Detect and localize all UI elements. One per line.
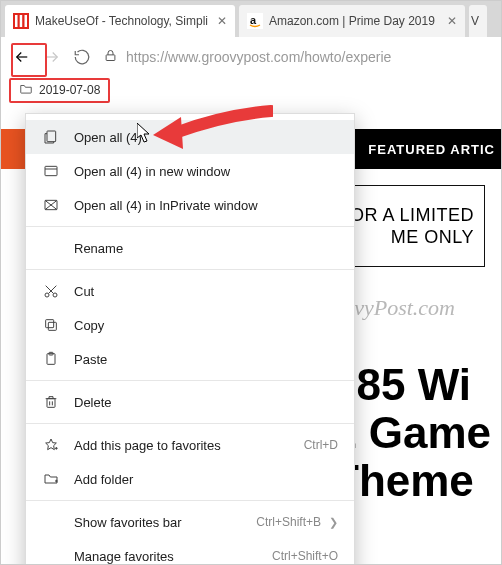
menu-delete[interactable]: Delete [26, 385, 354, 419]
favorites-folder[interactable]: 2019-07-08 [9, 78, 110, 103]
address-bar: https://www.groovypost.com/howto/experie [1, 37, 501, 77]
lock-icon [103, 48, 118, 66]
article-headline: 985 Wi 1 Game Theme [332, 361, 491, 505]
svg-point-10 [45, 293, 49, 297]
back-button[interactable] [7, 42, 37, 72]
menu-open-all[interactable]: Open all (4) [26, 120, 354, 154]
new-window-icon [42, 162, 60, 180]
svg-rect-7 [47, 131, 56, 142]
menu-rename[interactable]: Rename [26, 231, 354, 265]
svg-rect-13 [46, 320, 54, 328]
ad-line1: OR A LIMITED [350, 204, 474, 226]
delete-icon [42, 393, 60, 411]
url-host: https://www.groovypost.com [126, 49, 300, 65]
svg-text:a: a [250, 14, 257, 26]
forward-button [37, 42, 67, 72]
favorites-bar: 2019-07-08 [1, 77, 501, 103]
menu-manage-favorites[interactable]: Manage favorites Ctrl+Shift+O [26, 539, 354, 565]
favorites-folder-label: 2019-07-08 [39, 83, 100, 97]
copy-icon [42, 316, 60, 334]
close-icon[interactable]: ✕ [217, 14, 227, 28]
star-icon [42, 436, 60, 454]
svg-rect-8 [45, 166, 57, 175]
svg-point-11 [53, 293, 57, 297]
cut-icon [42, 282, 60, 300]
svg-rect-16 [47, 399, 55, 408]
tab-title: Amazon.com | Prime Day 2019 [269, 14, 441, 28]
svg-rect-12 [48, 322, 56, 330]
muo-favicon [13, 13, 29, 29]
amazon-favicon: a [247, 13, 263, 29]
inprivate-icon [42, 196, 60, 214]
context-menu: Open all (4) Open all (4) in new window … [25, 113, 355, 565]
open-all-icon [42, 128, 60, 146]
menu-add-folder[interactable]: Add folder [26, 462, 354, 496]
ad-line2: ME ONLY [350, 226, 474, 248]
svg-rect-3 [25, 15, 28, 27]
menu-open-all-inprivate[interactable]: Open all (4) in InPrivate window [26, 188, 354, 222]
menu-cut[interactable]: Cut [26, 274, 354, 308]
tab-title: V [471, 14, 485, 28]
url-field[interactable]: https://www.groovypost.com/howto/experie [97, 42, 495, 72]
folder-icon [19, 82, 33, 99]
tab-partial[interactable]: V [469, 5, 487, 37]
tab-strip: MakeUseOf - Technology, Simpli ✕ a Amazo… [1, 1, 501, 37]
menu-add-page-to-favorites[interactable]: Add this page to favorites Ctrl+D [26, 428, 354, 462]
nav-featured[interactable]: FEATURED ARTIC [368, 142, 495, 157]
svg-rect-1 [15, 15, 18, 27]
refresh-button[interactable] [67, 42, 97, 72]
close-icon[interactable]: ✕ [447, 14, 457, 28]
menu-paste[interactable]: Paste [26, 342, 354, 376]
tab-makeuseof[interactable]: MakeUseOf - Technology, Simpli ✕ [5, 5, 235, 37]
svg-rect-2 [20, 15, 23, 27]
paste-icon [42, 350, 60, 368]
browser-window: MakeUseOf - Technology, Simpli ✕ a Amazo… [0, 0, 502, 565]
menu-show-favorites-bar[interactable]: Show favorites bar Ctrl+Shift+B ❯ [26, 505, 354, 539]
svg-rect-6 [106, 55, 115, 61]
tab-amazon[interactable]: a Amazon.com | Prime Day 2019 ✕ [239, 5, 465, 37]
tab-title: MakeUseOf - Technology, Simpli [35, 14, 211, 28]
menu-copy[interactable]: Copy [26, 308, 354, 342]
add-folder-icon [42, 470, 60, 488]
url-path: /howto/experie [300, 49, 391, 65]
menu-open-all-new-window[interactable]: Open all (4) in new window [26, 154, 354, 188]
chevron-right-icon: ❯ [329, 516, 338, 529]
